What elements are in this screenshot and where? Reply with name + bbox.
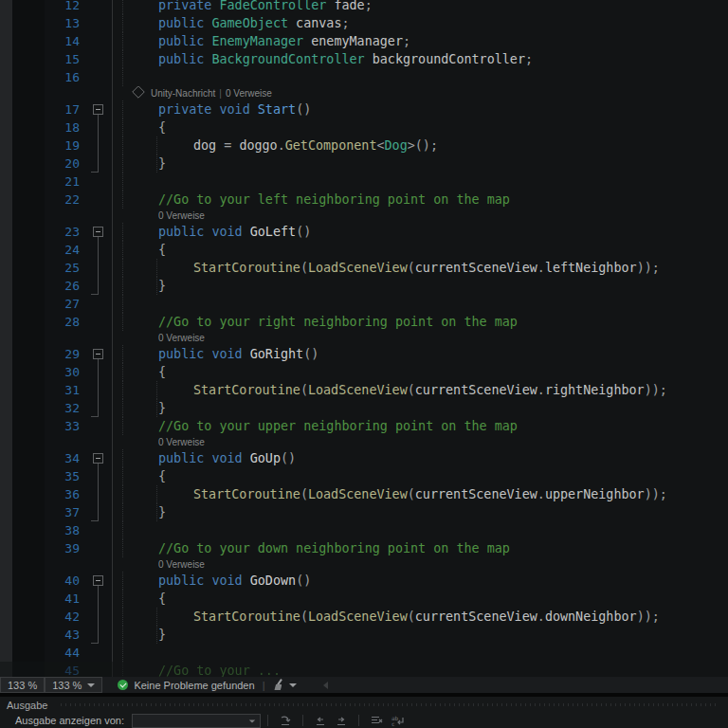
code-content[interactable]: { <box>112 363 728 381</box>
code-content[interactable]: public void GoDown() <box>112 572 728 590</box>
fold-margin[interactable] <box>85 590 112 608</box>
fold-margin[interactable] <box>85 277 112 295</box>
code-line-41[interactable]: 41{ <box>0 590 728 608</box>
breakpoint-margin[interactable] <box>12 399 45 417</box>
no-problems-text[interactable]: Keine Probleme gefunden <box>134 680 254 691</box>
code-content[interactable]: private void Start() <box>112 100 728 118</box>
codelens-references-link[interactable]: 0 Verweise <box>226 88 272 99</box>
breakpoint-margin[interactable] <box>12 381 45 399</box>
fold-margin[interactable] <box>85 485 112 503</box>
fold-collapse-box[interactable] <box>93 453 103 464</box>
breakpoint-margin[interactable] <box>12 626 45 644</box>
breakpoint-margin[interactable] <box>12 521 45 539</box>
breakpoint-margin[interactable] <box>12 608 45 626</box>
breakpoint-margin[interactable] <box>12 100 45 118</box>
blank-line-21[interactable]: 21 <box>0 173 728 191</box>
code-content[interactable] <box>112 644 728 662</box>
code-line-14[interactable]: 14public EnemyManager enemyManager; <box>0 32 728 50</box>
fold-margin[interactable] <box>85 626 112 644</box>
code-line-18[interactable]: 18{ <box>0 118 728 136</box>
code-content[interactable]: StartCoroutine(LoadSceneView(currentScen… <box>112 485 728 503</box>
breakpoint-margin[interactable] <box>12 644 45 662</box>
code-line-28[interactable]: 28//Go to your right neighboring point o… <box>0 313 728 331</box>
blank-line-27[interactable]: 27 <box>0 295 728 313</box>
fold-margin[interactable] <box>85 539 112 557</box>
code-content[interactable]: dog = doggo.GetComponent<Dog>(); <box>112 136 728 155</box>
breakpoint-margin[interactable] <box>12 118 45 136</box>
fold-collapse-box[interactable] <box>93 575 103 586</box>
breakpoint-margin[interactable] <box>12 435 45 449</box>
code-content[interactable]: { <box>112 467 728 485</box>
code-line-26[interactable]: 26} <box>0 277 728 295</box>
code-line-40[interactable]: 40public void GoDown() <box>0 572 728 590</box>
code-content[interactable]: 0 Verweise <box>112 209 728 223</box>
fold-margin[interactable] <box>85 449 112 467</box>
breakpoint-margin[interactable] <box>12 32 45 50</box>
code-content[interactable] <box>112 521 728 539</box>
breakpoint-margin[interactable] <box>12 191 45 209</box>
breakpoint-margin[interactable] <box>12 209 45 223</box>
codelens-references-link[interactable]: 0 Verweise <box>158 210 205 221</box>
code-content[interactable]: private FadeController fade; <box>112 0 728 14</box>
breakpoint-margin[interactable] <box>12 363 45 381</box>
breakpoint-margin[interactable] <box>12 557 45 572</box>
breakpoint-margin[interactable] <box>12 173 45 191</box>
breakpoint-margin[interactable] <box>12 86 45 100</box>
code-line-37[interactable]: 37} <box>0 503 728 521</box>
code-content[interactable]: //Go to your upper neighboring point on … <box>112 417 728 435</box>
code-content[interactable]: 0 Verweise <box>112 557 728 572</box>
code-content[interactable]: } <box>112 399 728 417</box>
show-output-from-dropdown[interactable] <box>132 714 261 728</box>
code-content[interactable] <box>112 295 728 313</box>
fold-margin[interactable] <box>85 14 112 32</box>
fold-margin[interactable] <box>85 331 112 345</box>
code-content[interactable]: 0 Verweise <box>112 435 728 449</box>
code-line-34[interactable]: 34public void GoUp() <box>0 449 728 467</box>
fold-margin[interactable] <box>85 136 112 155</box>
breakpoint-margin[interactable] <box>12 467 45 485</box>
codelens-references-link[interactable]: 0 Verweise <box>158 437 205 447</box>
fold-margin[interactable] <box>85 191 112 209</box>
blank-line-38[interactable]: 38 <box>0 521 728 539</box>
code-editor[interactable]: 12private FadeController fade;13public G… <box>0 0 728 677</box>
fold-margin[interactable] <box>85 259 112 277</box>
code-content[interactable]: 0 Verweise <box>112 331 728 345</box>
code-content[interactable]: public void GoLeft() <box>112 223 728 241</box>
breakpoint-margin[interactable] <box>12 259 45 277</box>
breakpoint-margin[interactable] <box>12 449 45 467</box>
breakpoint-margin[interactable] <box>12 241 45 259</box>
fold-margin[interactable] <box>85 68 112 86</box>
code-line-23[interactable]: 23public void GoLeft() <box>0 223 728 241</box>
breakpoint-margin[interactable] <box>12 572 45 590</box>
code-content[interactable]: //Go to your right neighboring point on … <box>112 313 728 331</box>
code-line-32[interactable]: 32} <box>0 399 728 417</box>
breakpoint-margin[interactable] <box>12 313 45 331</box>
code-line-24[interactable]: 24{ <box>0 241 728 259</box>
fold-margin[interactable] <box>85 521 112 539</box>
fold-margin[interactable] <box>85 32 112 50</box>
panel-grip-dots[interactable] <box>61 703 717 706</box>
clear-all-icon[interactable] <box>370 715 383 727</box>
code-line-22[interactable]: 22//Go to your left neighboring point on… <box>0 191 728 209</box>
code-content[interactable]: public GameObject canvas; <box>112 14 728 32</box>
fold-collapse-box[interactable] <box>93 227 103 237</box>
zoom-level-left[interactable]: 133 % <box>0 677 45 693</box>
fold-collapse-box[interactable] <box>93 349 103 359</box>
code-line-33[interactable]: 33//Go to your upper neighboring point o… <box>0 417 728 435</box>
code-line-31[interactable]: 31StartCoroutine(LoadSceneView(currentSc… <box>0 381 728 399</box>
code-line-29[interactable]: 29public void GoRight() <box>0 345 728 363</box>
code-line-20[interactable]: 20} <box>0 155 728 173</box>
breakpoint-margin[interactable] <box>12 331 45 345</box>
breakpoint-margin[interactable] <box>12 417 45 435</box>
code-content[interactable]: { <box>112 590 728 608</box>
code-content[interactable]: public void GoUp() <box>112 449 728 467</box>
fold-margin[interactable] <box>85 467 112 485</box>
fold-margin[interactable] <box>85 417 112 435</box>
fold-margin[interactable] <box>85 155 112 173</box>
fold-margin[interactable] <box>85 313 112 331</box>
code-content[interactable]: } <box>112 626 728 644</box>
fold-margin[interactable] <box>85 173 112 191</box>
goto-message-icon[interactable] <box>279 715 292 727</box>
fold-margin[interactable] <box>85 662 112 677</box>
code-content[interactable]: } <box>112 503 728 521</box>
